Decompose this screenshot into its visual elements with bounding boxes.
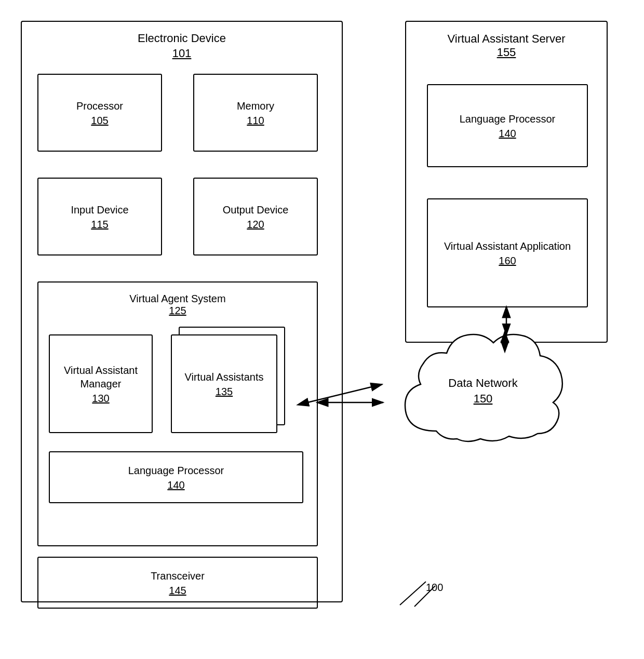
cloud-svg: Data Network 150 [384, 306, 582, 462]
va-assistants-front: Virtual Assistants 135 [171, 334, 277, 433]
memory-number: 110 [247, 115, 264, 127]
data-network-cloud: Data Network 150 [384, 306, 582, 462]
processor-box: Processor 105 [37, 74, 162, 152]
lang-processor-inner-title: Language Processor [128, 464, 224, 477]
memory-title: Memory [237, 99, 274, 113]
va-assistants-title: Virtual Assistants [185, 370, 264, 384]
va-assistants-stack: Virtual Assistants 135 [171, 327, 285, 433]
va-manager-title: Virtual Assistant Manager [50, 364, 152, 391]
va-server-title: Virtual Assistant Server [447, 32, 565, 46]
va-application-box: Virtual Assistant Application 160 [427, 198, 588, 307]
memory-box: Memory 110 [193, 74, 318, 152]
transceiver-title: Transceiver [151, 569, 205, 583]
label-100-text: 100 [426, 582, 443, 593]
lang-processor-server-title: Language Processor [460, 112, 556, 126]
va-manager-number: 130 [92, 393, 109, 405]
va-manager-box: Virtual Assistant Manager 130 [49, 334, 153, 433]
input-device-title: Input Device [71, 203, 128, 217]
transceiver-box: Transceiver 145 [37, 557, 318, 609]
va-server-label: Virtual Assistant Server 155 [406, 32, 607, 59]
electronic-device-label: Electronic Device 101 [22, 31, 342, 61]
electronic-device-number: 101 [172, 46, 192, 61]
diagram-container: Electronic Device 101 Processor 105 Memo… [10, 10, 634, 654]
svg-text:Data Network: Data Network [448, 376, 518, 389]
lang-processor-server-box: Language Processor 140 [427, 84, 588, 167]
va-application-title: Virtual Assistant Application [444, 239, 571, 253]
input-device-number: 115 [91, 219, 108, 231]
virtual-agent-system-number: 125 [169, 305, 186, 316]
va-server-number: 155 [497, 46, 516, 59]
va-assistants-number: 135 [216, 386, 233, 398]
electronic-device-box: Electronic Device 101 Processor 105 Memo… [21, 21, 343, 602]
input-device-box: Input Device 115 [37, 178, 162, 255]
output-device-box: Output Device 120 [193, 178, 318, 255]
output-device-title: Output Device [223, 203, 289, 217]
virtual-agent-system-title: Virtual Agent System [129, 293, 225, 304]
output-device-number: 120 [247, 219, 264, 231]
lang-processor-server-number: 140 [499, 128, 516, 140]
label-100: 100 [426, 582, 443, 594]
transceiver-number: 145 [169, 585, 186, 597]
va-server-box: Virtual Assistant Server 155 Language Pr… [405, 21, 608, 343]
virtual-agent-system-label: Virtual Agent System 125 [38, 293, 317, 317]
processor-title: Processor [76, 99, 123, 113]
electronic-device-title: Electronic Device [138, 32, 226, 45]
lang-processor-inner-number: 140 [167, 479, 184, 491]
va-application-number: 160 [499, 255, 516, 267]
svg-line-8 [400, 582, 426, 605]
svg-text:150: 150 [474, 392, 493, 405]
processor-number: 105 [91, 115, 108, 127]
lang-processor-inner-box: Language Processor 140 [49, 451, 303, 503]
virtual-agent-system-box: Virtual Agent System 125 Virtual Assista… [37, 281, 318, 546]
